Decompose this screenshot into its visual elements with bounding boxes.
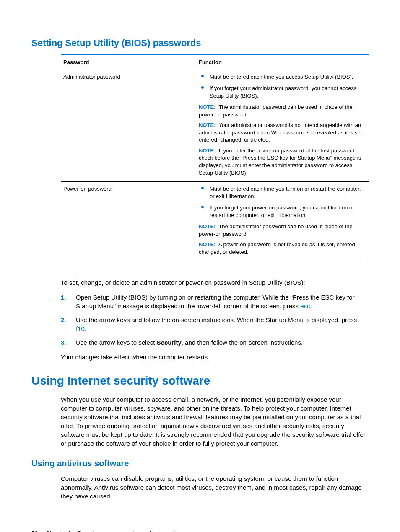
cell-function: Must be entered each time you access Set…: [196, 70, 369, 182]
heading-bios-passwords: Setting Setup Utility (BIOS) passwords: [31, 38, 369, 49]
list-item: If you forget your power-on password, yo…: [199, 204, 366, 219]
note: NOTE: If you enter the power-on password…: [199, 147, 366, 176]
key-f10: f10: [76, 325, 85, 332]
note-text: A power-on password is not revealed as i…: [199, 241, 356, 255]
step-item: Use the arrow keys to select Security, a…: [72, 338, 369, 347]
page-footer: 58Chapter 9 Securing your computer and i…: [31, 530, 369, 532]
cell-password-name: Power-on password: [61, 182, 196, 261]
note: NOTE: The administrator password can be …: [199, 103, 366, 118]
heading-internet-security: Using Internet security software: [31, 374, 369, 387]
note-text: If you enter the power-on password at th…: [199, 147, 361, 176]
list-item: If you forget your administrator passwor…: [199, 85, 366, 99]
list-item: Must be entered each time you turn on or…: [199, 185, 366, 200]
heading-antivirus: Using antivirus software: [31, 459, 369, 468]
intro-text: To set, change, or delete an administrat…: [61, 278, 369, 287]
chapter-label: Chapter 9 Securing your computer and inf…: [46, 530, 182, 532]
table-row: Administrator password Must be entered e…: [61, 70, 369, 182]
th-password: Password: [61, 55, 196, 70]
step-text: Use the arrow keys and follow the on-scr…: [76, 316, 357, 323]
step-text: , and then follow the on-screen instruct…: [182, 339, 303, 346]
note-label: NOTE:: [199, 241, 216, 248]
step-text: .: [85, 325, 86, 332]
step-text: Open Setup Utility (BIOS) by turning on …: [76, 294, 354, 310]
table-row: Power-on password Must be entered each t…: [61, 182, 369, 261]
step-text: .: [310, 302, 312, 310]
note-label: NOTE:: [199, 147, 216, 154]
after-steps-text: Your changes take effect when the comput…: [61, 353, 369, 362]
note-label: NOTE:: [199, 104, 216, 110]
page-number: 58: [31, 530, 38, 532]
antivirus-paragraph: Computer viruses can disable programs, u…: [61, 474, 369, 501]
note: NOTE: The administrator password can be …: [199, 223, 366, 238]
cell-password-name: Administrator password: [61, 70, 196, 182]
note-text: Your administrator password is not inter…: [199, 122, 364, 143]
password-table: Password Function Administrator password…: [61, 54, 369, 261]
security-paragraph: When you use your computer to access ema…: [61, 395, 369, 448]
th-function: Function: [196, 55, 369, 70]
note: NOTE: A power-on password is not reveale…: [199, 241, 366, 256]
cell-function: Must be entered each time you turn on or…: [196, 182, 369, 261]
note: NOTE: Your administrator password is not…: [199, 121, 366, 144]
list-item: Must be entered each time you access Set…: [199, 73, 366, 81]
key-esc: esc: [300, 302, 310, 310]
steps-list: Open Setup Utility (BIOS) by turning on …: [61, 293, 369, 347]
step-text: Use the arrow keys to select: [76, 339, 157, 346]
note-label: NOTE:: [199, 223, 216, 230]
note-text: The administrator password can be used i…: [199, 104, 353, 118]
step-item: Open Setup Utility (BIOS) by turning on …: [72, 293, 369, 310]
note-text: The administrator password can be used i…: [199, 223, 353, 237]
bold-security: Security: [157, 339, 182, 346]
step-item: Use the arrow keys and follow the on-scr…: [72, 315, 369, 333]
note-label: NOTE:: [199, 122, 216, 128]
